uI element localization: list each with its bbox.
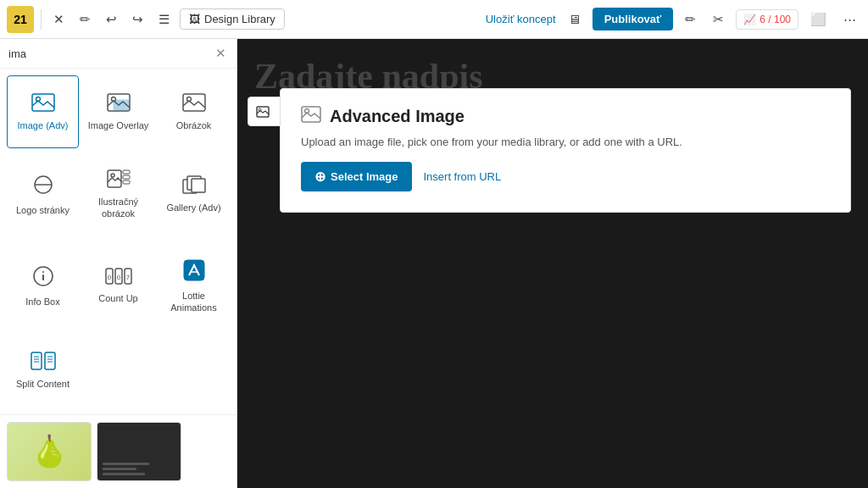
- search-bar: ✕: [0, 39, 236, 69]
- advanced-image-panel: Advanced Image Upload an image file, pic…: [280, 88, 851, 213]
- widget-icon-split-content: [31, 352, 56, 374]
- advanced-image-actions: ⊕ Select Image Insert from URL: [301, 162, 830, 191]
- menu-icon: ☰: [159, 12, 170, 27]
- more-icon: ⋯: [843, 12, 856, 26]
- widget-label-image-adv: Image (Adv): [18, 119, 69, 131]
- pencil-button[interactable]: ✏: [75, 8, 96, 30]
- thumb-line-3: [103, 473, 145, 475]
- widget-label-obrazok: Obrázok: [176, 119, 212, 131]
- svg-rect-26: [184, 260, 204, 280]
- widget-icon-obrazok: [182, 93, 206, 115]
- widget-label-split-content: Split Content: [16, 378, 70, 390]
- svg-rect-29: [45, 352, 55, 369]
- advanced-image-title: Advanced Image: [330, 107, 465, 126]
- score-label: 6 / 100: [760, 14, 791, 25]
- canvas-image-tool[interactable]: [251, 100, 275, 123]
- plus-icon: ⊕: [314, 169, 326, 185]
- insert-url-link[interactable]: Insert from URL: [424, 170, 502, 183]
- select-image-button[interactable]: ⊕ Select Image: [301, 162, 412, 191]
- chart-icon: 📈: [743, 14, 756, 25]
- widget-item-split-content[interactable]: Split Content: [7, 335, 79, 408]
- score-badge[interactable]: 📈 6 / 100: [736, 9, 798, 30]
- canvas-area: Zadajte nadpis ⋮: [237, 39, 868, 488]
- topbar-sep-1: [41, 9, 42, 30]
- widget-icon-lottie-animations: [182, 258, 206, 286]
- widget-label-info-box: Info Box: [25, 296, 59, 308]
- svg-point-13: [111, 174, 114, 177]
- close-icon: ✕: [53, 12, 64, 27]
- logo-badge: 21: [7, 6, 34, 33]
- design-library-button[interactable]: 🖼 Design Library: [180, 8, 285, 30]
- svg-rect-12: [123, 180, 130, 184]
- topbar: 21 ✕ ✏ ↩ ↪ ☰ 🖼 Design Library Uložiť kon…: [0, 0, 868, 39]
- topbar-right: Uložiť koncept 🖥 Publikovať ✏ ✂ 📈 6 / 10…: [486, 8, 861, 30]
- svg-rect-4: [114, 100, 129, 110]
- svg-text:0: 0: [107, 274, 111, 281]
- advanced-image-description: Upload an image file, pick one from your…: [301, 136, 830, 148]
- widget-item-count-up[interactable]: 0 0 7 Count Up: [82, 241, 154, 331]
- thumb-line-1: [103, 463, 149, 465]
- publish-button[interactable]: Publikovať: [593, 8, 674, 30]
- widget-label-ilustracny-obrazok: Ilustračný obrázok: [86, 196, 150, 220]
- menu-button[interactable]: ☰: [153, 8, 175, 30]
- scissors-button[interactable]: ✂: [708, 8, 729, 30]
- widget-item-info-box[interactable]: Info Box: [7, 241, 79, 331]
- thumb-line-2: [103, 468, 136, 470]
- sidebar: ✕ Image (Adv): [0, 39, 237, 488]
- thumbnail-dark[interactable]: [97, 422, 181, 481]
- svg-rect-16: [192, 179, 205, 192]
- advanced-image-icon: [301, 106, 321, 127]
- widget-item-obrazok[interactable]: Obrázok: [158, 75, 230, 148]
- widget-item-ilustracny-obrazok[interactable]: Ilustračný obrázok: [82, 152, 154, 237]
- edit-button[interactable]: ✏: [680, 8, 701, 30]
- widget-icon-count-up: 0 0 7: [105, 268, 132, 288]
- thumb-lines: [103, 463, 149, 475]
- design-library-label: Design Library: [204, 13, 275, 25]
- main-layout: ✕ Image (Adv): [0, 39, 868, 488]
- widget-icon-ilustracny-obrazok: [107, 169, 131, 191]
- design-lib-icon: 🖼: [189, 13, 200, 25]
- widget-icon-gallery-adv: [182, 175, 206, 197]
- more-button[interactable]: ⋯: [838, 8, 861, 30]
- search-clear-button[interactable]: ✕: [214, 46, 228, 61]
- widget-label-image-overlay: Image Overlay: [88, 119, 149, 131]
- widget-icon-image-adv: [31, 93, 55, 115]
- widget-item-lottie-animations[interactable]: Lottie Animations: [158, 241, 230, 331]
- widget-icon-logo-stranky: [31, 173, 55, 200]
- widget-icon-image-overlay: [107, 93, 131, 115]
- widgets-grid: Image (Adv) Image Overlay: [0, 69, 236, 414]
- dark-thumb-content: [97, 423, 181, 480]
- widget-item-logo-stranky[interactable]: Logo stránky: [7, 152, 79, 237]
- undo-icon: ↩: [106, 12, 117, 27]
- widget-icon-info-box: [31, 264, 55, 291]
- responsive-button[interactable]: ⬜: [805, 8, 832, 30]
- widget-label-count-up: Count Up: [98, 292, 137, 304]
- widget-item-image-adv[interactable]: Image (Adv): [7, 75, 79, 148]
- redo-button[interactable]: ↪: [127, 8, 148, 30]
- widget-label-lottie-animations: Lottie Animations: [162, 290, 225, 314]
- close-button[interactable]: ✕: [48, 8, 70, 30]
- svg-rect-10: [123, 170, 130, 174]
- desktop-button[interactable]: 🖥: [563, 8, 586, 30]
- widget-item-gallery-adv[interactable]: Gallery (Adv): [158, 152, 230, 237]
- svg-rect-28: [31, 352, 42, 369]
- save-button[interactable]: Uložiť koncept: [486, 13, 556, 25]
- select-image-label: Select Image: [331, 170, 398, 183]
- undo-button[interactable]: ↩: [101, 8, 122, 30]
- widget-item-image-overlay[interactable]: Image Overlay: [82, 75, 154, 148]
- svg-rect-18: [42, 274, 44, 280]
- svg-text:0: 0: [116, 274, 120, 281]
- svg-rect-11: [123, 175, 130, 179]
- scissors-icon: ✂: [713, 12, 724, 26]
- pencil-icon: ✏: [80, 12, 91, 27]
- svg-text:7: 7: [125, 274, 130, 281]
- search-input[interactable]: [8, 47, 209, 60]
- responsive-icon: ⬜: [810, 12, 826, 26]
- edit-icon: ✏: [685, 12, 696, 26]
- desktop-icon: 🖥: [568, 12, 581, 26]
- redo-icon: ↪: [132, 12, 143, 27]
- pear-image: 🍐: [8, 423, 91, 480]
- thumbnail-pear[interactable]: 🍐: [7, 422, 92, 481]
- advanced-image-header: Advanced Image: [301, 106, 830, 127]
- svg-rect-19: [42, 271, 44, 273]
